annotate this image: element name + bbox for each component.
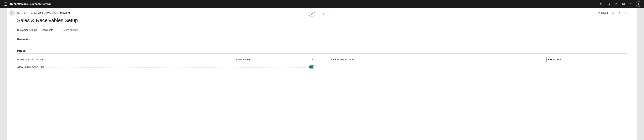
popout-icon[interactable] [618,12,620,15]
breadcrumb: Sales & Receivables Setup | Work Date: 4… [17,12,70,15]
label-allow-editing: Allow Editing Active Price [17,66,44,68]
value-price-calc-method: Lowest Price [236,58,250,61]
delete-icon[interactable] [332,12,335,16]
select-price-calc-method[interactable]: Lowest Price [235,57,315,62]
page-card: Sales & Receivables Setup | Work Date: 4… [7,8,637,140]
svg-line-8 [626,13,626,14]
center-action-bar [309,11,335,17]
action-customer-groups[interactable]: Customer Groups [17,28,37,31]
field-allow-editing: Allow Editing Active Price [17,65,315,68]
svg-line-7 [624,12,625,13]
user-avatar[interactable]: IK [636,1,641,7]
brand-title: Dynamics 365 Business Central [10,3,51,6]
action-bar: Customer Groups Payments More options [17,26,627,33]
chevron-right-icon [28,38,30,40]
collapse-icon[interactable] [624,12,627,15]
edit-button[interactable] [309,11,315,17]
toggle-allow-editing[interactable] [308,65,315,68]
notifications-icon[interactable] [605,0,612,8]
page-stage: Sales & Receivables Setup | Work Date: 4… [0,8,644,140]
field-price-calc-method: Price Calculation Method Lowest Price [17,57,315,62]
section-prices: Prices [17,49,627,54]
back-button[interactable] [9,10,15,16]
search-icon[interactable] [598,0,605,8]
section-prices-label: Prices [17,49,26,52]
chevron-down-icon [312,58,314,61]
action-more-options[interactable]: More options [64,28,78,31]
flag-icon[interactable] [612,0,620,8]
ellipsis-icon[interactable]: ··· [623,58,626,61]
label-default-price-list: Default Price List Code [329,58,354,61]
action-payments[interactable]: Payments [42,28,53,31]
saved-label: Saved [601,12,608,14]
prices-fields: Price Calculation Method Lowest Price De… [17,57,627,68]
dot-leader [355,58,545,60]
settings-icon[interactable] [620,0,627,8]
bookmark-icon[interactable] [611,12,614,15]
svg-point-2 [623,4,624,5]
help-icon[interactable] [627,0,634,8]
toggle-knob [312,66,315,68]
section-general[interactable]: General [17,38,627,42]
section-general-label: General [17,38,28,41]
page-title: Sales & Receivables Setup [17,18,627,23]
saved-indicator: Saved [598,12,608,14]
label-price-calc-method: Price Calculation Method [17,58,44,61]
new-icon[interactable] [322,12,325,16]
dot-leader [46,66,307,67]
field-default-price-list: Default Price List Code S-PLS00001 ··· [329,57,627,62]
dot-leader [46,58,233,60]
value-default-price-list: S-PLS00001 [548,58,561,61]
lookup-default-price-list[interactable]: S-PLS00001 ··· [546,57,627,62]
svg-point-0 [600,3,602,5]
page-header-row: Sales & Receivables Setup | Work Date: 4… [17,10,627,17]
right-action-bar: Saved [598,12,627,15]
global-top-bar: Dynamics 365 Business Central IK [0,0,644,8]
app-launcher-icon[interactable] [1,0,10,8]
svg-line-1 [602,4,602,5]
